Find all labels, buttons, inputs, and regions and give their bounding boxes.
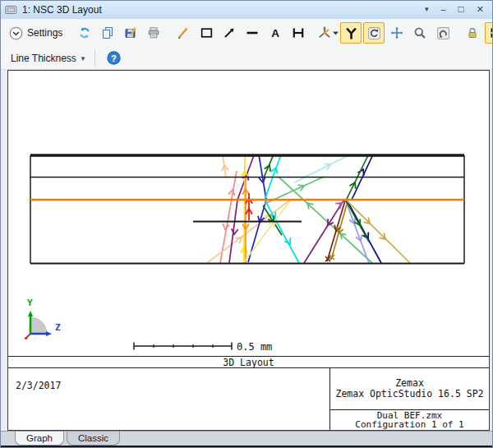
rectangle-tool-icon[interactable]: [196, 22, 217, 44]
y-axis-arrowhead: [28, 311, 33, 316]
rays-group: [207, 155, 410, 263]
fit-window-icon: [489, 26, 493, 39]
bottom-tab-bar: GraphClassic: [1, 431, 492, 446]
help-button[interactable]: ?: [103, 48, 124, 69]
window-menu-button[interactable]: ▾: [425, 1, 429, 18]
ray-arrowhead: [231, 229, 238, 234]
svg-text:?: ?: [111, 53, 117, 63]
text-tool-icon[interactable]: A: [265, 22, 286, 44]
axis-arc: [30, 317, 47, 334]
ray: [331, 201, 348, 260]
maximize-button[interactable]: □: [458, 1, 464, 18]
dimension-tool-icon[interactable]: [288, 22, 309, 44]
title-bar[interactable]: 1: NSC 3D Layout: [1, 1, 492, 20]
scale-bar: 0.5 mm: [134, 341, 272, 353]
ray: [243, 200, 291, 263]
copy-icon[interactable]: [97, 22, 118, 44]
z-axis-arrowhead: [46, 331, 52, 336]
ray: [346, 155, 368, 201]
axis-triad: YZ: [25, 298, 61, 339]
footer-product: Zemax OpticStudio 16.5 SP2: [335, 389, 483, 400]
line-tool-icon: [246, 26, 259, 39]
z-axis-label: Z: [55, 322, 61, 333]
footer-product-cell: Zemax Zemax OpticStudio 16.5 SP2: [330, 368, 489, 410]
orientation-indicator-icon: [317, 25, 332, 40]
lock-icon[interactable]: [462, 22, 483, 44]
plot-title-band: 3D Layout: [8, 356, 489, 368]
tab-classic[interactable]: Classic: [67, 432, 120, 446]
layout-canvas[interactable]: 0.5 mmYZ: [8, 71, 489, 356]
rotate-view-button[interactable]: [363, 22, 385, 44]
chevron-down-circle-icon: [9, 26, 23, 40]
footer-date: 2/3/2017: [16, 380, 61, 391]
save-icon[interactable]: [120, 22, 141, 44]
zoom-view-icon[interactable]: [409, 22, 431, 44]
line-tool-icon[interactable]: [242, 22, 263, 44]
orientation-indicator-icon[interactable]: [317, 22, 339, 44]
line-thickness-label: Line Thickness: [11, 53, 76, 64]
arrow-tool-icon: [223, 26, 236, 39]
window-title: 1: NSC 3D Layout: [22, 4, 102, 16]
fit-window-button[interactable]: [485, 22, 493, 44]
window-controls: ▾ – □ ✕: [425, 1, 484, 18]
window-icon: [5, 4, 17, 16]
ray: [294, 155, 350, 182]
tab-graph[interactable]: Graph: [15, 432, 64, 446]
chevron-down-icon: [332, 27, 339, 39]
save-icon: [124, 26, 137, 39]
print-icon[interactable]: [143, 22, 164, 44]
text-tool-icon: A: [269, 26, 282, 39]
footer-file-cell: Dual BEF.zmx Configuration 1 of 1: [330, 410, 489, 430]
ray: [346, 201, 369, 242]
reset-view-icon: [436, 26, 450, 40]
print-icon: [147, 26, 160, 39]
ray: [263, 206, 282, 235]
pencil-tool-icon: [177, 26, 190, 39]
layout-panel: 0.5 mmYZ 3D Layout 2/3/2017 Zemax Zemax …: [7, 70, 490, 431]
rotate-view-icon: [367, 26, 381, 40]
toolbar-main: SettingsA: [1, 19, 492, 47]
svg-text:A: A: [271, 27, 279, 39]
settings-button[interactable]: Settings: [5, 23, 67, 43]
close-button[interactable]: ✕: [477, 1, 484, 18]
arrow-tool-icon[interactable]: [219, 22, 240, 44]
toolbar-separator: [94, 50, 95, 67]
dimension-tool-icon: [292, 26, 305, 39]
chevron-down-icon: ▾: [81, 54, 85, 62]
copy-icon: [101, 26, 114, 39]
refresh-icon: [78, 26, 91, 39]
minimize-button[interactable]: –: [440, 1, 445, 18]
line-thickness-button[interactable]: Line Thickness ▾: [7, 49, 88, 67]
lock-icon: [466, 26, 479, 39]
settings-label: Settings: [27, 27, 62, 39]
ray: [229, 155, 254, 263]
plot-title: 3D Layout: [223, 357, 274, 368]
ray-arrowhead: [222, 224, 229, 230]
pan-view-icon[interactable]: [386, 22, 408, 44]
info-footer: 2/3/2017 Zemax Zemax OpticStudio 16.5 SP…: [8, 368, 489, 430]
y-axis-view-button[interactable]: [340, 22, 362, 44]
rectangle-tool-icon: [200, 26, 214, 39]
footer-right-cell: Zemax Zemax OpticStudio 16.5 SP2 Dual BE…: [329, 368, 489, 430]
refresh-icon[interactable]: [74, 22, 95, 44]
zoom-view-icon: [413, 26, 426, 39]
x-axis-dot: [25, 337, 27, 339]
nsc-3d-layout-window: 1: NSC 3D Layout ▾ – □ ✕ SettingsA Line …: [0, 0, 493, 448]
reset-view-icon[interactable]: [432, 22, 454, 44]
pan-view-icon: [390, 26, 403, 39]
scale-bar-label: 0.5 mm: [237, 341, 272, 353]
ray: [220, 171, 237, 263]
y-axis-label: Y: [27, 298, 33, 308]
ray: [248, 155, 266, 262]
help-icon: ?: [107, 51, 121, 65]
y-axis-view-icon: [344, 26, 358, 40]
pencil-tool-icon[interactable]: [173, 22, 194, 44]
toolbar-secondary: Line Thickness ▾ ?: [1, 47, 492, 70]
footer-configuration: Configuration 1 of 1: [355, 420, 463, 430]
